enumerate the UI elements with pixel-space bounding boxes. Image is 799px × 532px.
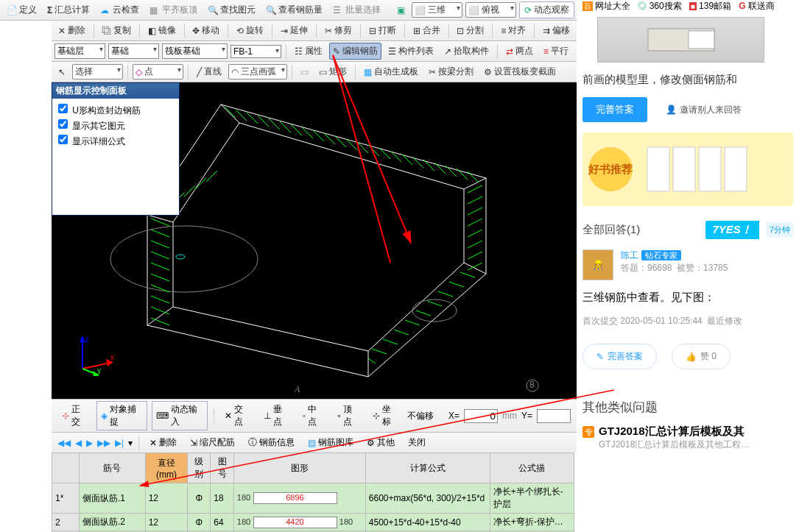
sel-offset[interactable]: 不偏移 xyxy=(407,410,444,422)
sel-comp[interactable]: FB-1 xyxy=(230,45,281,58)
btn-hebing[interactable]: ⊞合并 xyxy=(409,22,444,39)
st-dyninput[interactable]: ⌨动态输入 xyxy=(152,401,208,430)
pill-improve[interactable]: ✎完善答案 xyxy=(582,344,657,369)
btn-findrebar[interactable]: 🔍查看钢筋量 xyxy=(262,1,326,18)
th-jibie[interactable]: 级别 xyxy=(188,453,211,483)
btn-shiqu[interactable]: ↗拾取构件 xyxy=(440,43,493,60)
btn-yidong[interactable]: ✥移动 xyxy=(189,22,223,39)
table-row[interactable]: 1*侧面纵筋.112Φ18 180 6896 6600+max(56*d, 30… xyxy=(52,483,574,514)
btn-jingxiang[interactable]: ◧镜像 xyxy=(144,22,180,39)
st-dingdian[interactable]: ▫顶点 xyxy=(333,401,364,430)
st-zuobiao[interactable]: ⊹坐标 xyxy=(368,401,403,430)
chk-u-rebar[interactable]: U形构造封边钢筋 xyxy=(55,102,176,117)
st-zhongdian[interactable]: ◦中点 xyxy=(298,401,329,430)
btn-rect[interactable]: ▭ xyxy=(297,65,312,79)
sel-floor[interactable]: 基础层 xyxy=(54,43,105,59)
th-tuhao[interactable]: 图号 xyxy=(211,453,233,483)
btn-cube[interactable]: ▣ xyxy=(393,3,409,18)
s360-icon[interactable]: ◎ 360搜索 xyxy=(638,0,681,13)
btn-cursor[interactable]: ↖ xyxy=(54,65,69,79)
btn-sigma[interactable]: Σ汇总计算 xyxy=(43,1,94,18)
chk2[interactable] xyxy=(58,119,68,129)
st-jiaodian[interactable]: ✕交点 xyxy=(220,401,255,430)
th-jinhao[interactable]: 筋号 xyxy=(80,453,146,483)
btn-fuzhi[interactable]: ⿻复制 xyxy=(99,22,135,39)
btn-liangdian[interactable]: ⇄两点 xyxy=(502,43,537,60)
btn-findelem[interactable]: 🔍查找图元 xyxy=(204,1,259,18)
chk1[interactable] xyxy=(58,104,68,113)
coord-y-input[interactable] xyxy=(537,409,571,423)
panel-title[interactable]: 钢筋显示控制面板 xyxy=(52,83,179,99)
btn-shanchu[interactable]: ✕删除 xyxy=(54,22,89,39)
st-zhengjiao[interactable]: ⊹正交 xyxy=(57,401,92,430)
sel-view[interactable]: ⬜ 俯视 xyxy=(465,2,516,18)
btn-pianyi[interactable]: ⇉偏移 xyxy=(539,22,574,39)
nav-down[interactable]: ▾ xyxy=(128,438,133,448)
table-row[interactable]: 2侧面纵筋.212Φ64 180 4420 180 4500+15*d-40+1… xyxy=(52,514,574,531)
th-tuxing[interactable]: 图形 xyxy=(233,453,365,483)
chk3[interactable] xyxy=(58,135,68,144)
p-qita[interactable]: ⚙其他 xyxy=(362,434,399,451)
nav-prev[interactable]: ◀ xyxy=(75,438,82,448)
btn-juxing[interactable]: ▭矩形 xyxy=(315,63,351,80)
btn-goujian[interactable]: ☰构件列表 xyxy=(384,43,437,60)
p-gangjin[interactable]: ⓘ钢筋信息 xyxy=(244,434,299,451)
invite-link[interactable]: 👤邀请别人来回答 xyxy=(666,104,742,116)
btn-xiujian[interactable]: ✂修剪 xyxy=(321,22,356,39)
chk-other-elem[interactable]: 显示其它图元 xyxy=(55,117,176,132)
btn-shuxing[interactable]: ☷属性 xyxy=(291,43,326,60)
coord-x-input[interactable] xyxy=(464,409,498,423)
nav-first[interactable]: ◀◀ xyxy=(57,438,71,448)
mail-icon[interactable]: ■ 139邮箱 xyxy=(689,0,731,13)
btn-daduan[interactable]: ⊟打断 xyxy=(365,22,400,39)
btn-yanshen[interactable]: ⇥延伸 xyxy=(277,22,311,39)
p-guanbi[interactable]: 关闭 xyxy=(404,434,430,451)
btn-duiqi[interactable]: ≡对齐 xyxy=(497,22,529,39)
g-icon[interactable]: G 联送商 xyxy=(739,0,775,13)
nav-play[interactable]: ▶ xyxy=(86,438,93,448)
nav-next[interactable]: ▶▶ xyxy=(97,438,110,448)
sel-type[interactable]: 筏板基础 xyxy=(162,43,228,59)
btn-shengcheng[interactable]: ▦自动生成板 xyxy=(360,63,422,80)
sel-cat[interactable]: 基础 xyxy=(108,43,159,59)
btn-flat[interactable]: ▦平齐板顶 xyxy=(146,1,201,18)
btn-batchsel[interactable]: ☰批量选择 xyxy=(329,1,384,18)
username[interactable]: 陈工 xyxy=(621,250,638,260)
pill-like[interactable]: 👍赞 0 xyxy=(672,344,731,369)
wz-icon[interactable]: 百 网址大全 xyxy=(582,0,630,13)
st-snap[interactable]: ◈对象捕捉 xyxy=(96,401,147,430)
th-dia[interactable]: 直径(mm) xyxy=(145,453,187,483)
btn-dian[interactable]: ◇ 点 xyxy=(133,64,183,79)
q-title[interactable]: GTJ2018汇总计算后模板及其 xyxy=(599,425,750,439)
btn-xuanzhuan[interactable]: ⟲旋转 xyxy=(233,22,267,39)
avatar[interactable]: 👷 xyxy=(582,249,613,280)
rebar-display-panel[interactable]: 钢筋显示控制面板 U形构造封边钢筋 显示其它图元 显示详细公式 xyxy=(52,82,180,216)
btn-dingyi[interactable]: 📄定义 xyxy=(3,1,41,18)
p-shanchu[interactable]: ✕删除 xyxy=(145,434,181,451)
btn-shezhi[interactable]: ⚙设置筏板变截面 xyxy=(480,63,560,80)
promo-banner[interactable]: 好书推荐 xyxy=(582,132,793,206)
st-chuidian[interactable]: ⊥垂点 xyxy=(259,401,294,430)
chk-formula[interactable]: 显示详细公式 xyxy=(55,132,176,148)
btn-arc[interactable]: ◠三点画弧 xyxy=(228,64,287,79)
canvas-3d[interactable]: 钢筋显示控制面板 U形构造封边钢筋 显示其它图元 显示详细公式 xyxy=(52,82,577,399)
p-chidu[interactable]: ⇲缩尺配筋 xyxy=(186,434,239,451)
btn-cloud[interactable]: ☁云检查 xyxy=(96,1,143,18)
yes-badge[interactable]: 7YES！ xyxy=(705,221,759,239)
p-gangku[interactable]: ▤钢筋图库 xyxy=(303,434,358,451)
model-thumbnail[interactable] xyxy=(597,17,764,63)
nav-last[interactable]: ▶| xyxy=(115,438,124,448)
th-jisuan[interactable]: 计算公式 xyxy=(365,453,490,483)
btn-fenge[interactable]: ⊡分割 xyxy=(453,22,488,39)
rebar-table[interactable]: 筋号 直径(mm) 级别 图号 图形 计算公式 公式描 1*侧面纵筋.112Φ1… xyxy=(52,453,574,532)
btn-xuanze[interactable]: 选择 xyxy=(72,64,123,79)
btn-dongtai[interactable]: ⟳ 动态观察 xyxy=(519,1,574,18)
btn-bianji-rebar[interactable]: ✎编辑钢筋 xyxy=(329,43,381,60)
sel-3d[interactable]: ⬜ 三维 xyxy=(412,2,462,18)
improve-answer-button[interactable]: 完善答案 xyxy=(582,97,647,122)
related-question[interactable]: 专 GTJ2018汇总计算后模板及其 GTJ2018汇总计算后模板及其他工程… xyxy=(582,425,793,451)
btn-zhixian[interactable]: ╱直线 xyxy=(193,63,225,80)
btn-anliang[interactable]: ✂按梁分割 xyxy=(425,63,477,80)
btn-pingxing[interactable]: ≡平行 xyxy=(540,43,572,60)
th-gongshi[interactable]: 公式描 xyxy=(490,453,574,483)
